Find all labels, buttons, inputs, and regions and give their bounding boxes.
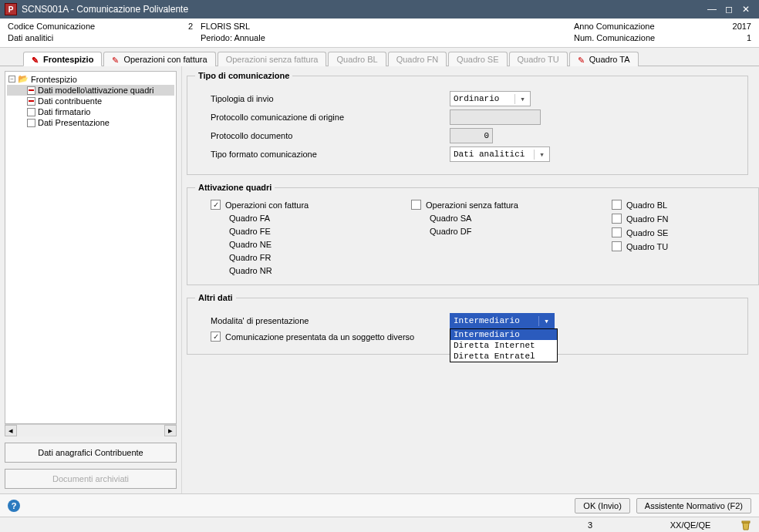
codice-value: 2 — [154, 22, 201, 31]
left-panel: − 📂 Frontespizio Dati modello\attivazion… — [0, 66, 182, 493]
check-label: Quadro BL — [626, 200, 667, 210]
scroll-left-icon[interactable]: ◂ — [5, 425, 17, 436]
button-label: Dati anagrafici Contribuente — [38, 448, 143, 457]
check-operazioni-con-fattura[interactable]: Operazioni con fattura — [211, 200, 411, 210]
tree-item-dati-modello[interactable]: Dati modello\attivazione quadri — [7, 85, 174, 96]
formato-label: Tipo formato comunicazione — [195, 150, 450, 159]
num-label: Num. Comunicazione — [574, 33, 705, 42]
group-attivazione-quadri: Attivazione quadri Operazioni con fattur… — [187, 183, 759, 285]
collapse-icon[interactable]: − — [8, 76, 15, 82]
tree-root[interactable]: − 📂 Frontespizio — [7, 73, 174, 85]
checkbox-icon — [211, 200, 221, 210]
tree-item-dati-contribuente[interactable]: Dati contribuente — [7, 96, 174, 106]
maximize-button[interactable]: ◻ — [720, 4, 737, 15]
dati-anagrafici-button[interactable]: Dati anagrafici Contribuente — [5, 443, 177, 463]
check-label: Quadro FN — [626, 214, 668, 224]
checkbox-icon[interactable] — [211, 332, 221, 342]
quadro-nr-label: Quadro NR — [211, 266, 272, 275]
tree-root-label: Frontespizio — [31, 75, 77, 84]
main-form: Tipo di comunicazione Tipologia di invio… — [182, 66, 759, 493]
dropdown-option[interactable]: Diretta Entratel — [450, 351, 557, 362]
tab-strip: ✎ Frontespizio ✎ Operazioni con fattura … — [0, 48, 759, 66]
assistente-normativo-button[interactable]: Assistente Normativo (F2) — [636, 498, 751, 513]
anno-label: Anno Comunicazione — [574, 22, 705, 31]
tab-quadro-ta[interactable]: ✎ Quadro TA — [569, 52, 639, 66]
minimize-button[interactable]: — — [703, 4, 720, 15]
group-legend: Attivazione quadri — [195, 183, 275, 192]
group-legend: Altri dati — [195, 293, 236, 302]
check-operazioni-senza-fattura[interactable]: Operazioni senza fattura — [411, 200, 612, 210]
check-label: Quadro TU — [626, 242, 668, 251]
tipologia-select[interactable]: Ordinario ▾ — [450, 91, 531, 106]
footer: ? OK (Invio) Assistente Normativo (F2) — [0, 493, 759, 517]
chevron-down-icon: ▾ — [534, 150, 546, 160]
title-bar: P SCNS001A - Comunicazione Polivalente —… — [0, 0, 759, 19]
modalita-select[interactable]: Intermediario ▾ — [450, 313, 555, 328]
status-bar: 3 XX/QE/QE — [0, 517, 759, 532]
check-quadro-bl[interactable]: Quadro BL — [612, 200, 751, 210]
status-seg-1: 3 — [540, 520, 640, 530]
tab-label: Quadro TA — [589, 55, 630, 64]
tab-label: Quadro SE — [457, 55, 498, 64]
chevron-down-icon: ▾ — [538, 316, 551, 326]
tree-item-label: Dati firmatario — [38, 107, 90, 116]
tab-operazioni-con-fattura[interactable]: ✎ Operazioni con fattura — [103, 52, 215, 66]
tree-hscrollbar[interactable]: ◂ ▸ — [5, 424, 177, 436]
chevron-down-icon: ▾ — [514, 94, 527, 104]
tree-view[interactable]: − 📂 Frontespizio Dati modello\attivazion… — [5, 71, 177, 424]
ok-button[interactable]: OK (Invio) — [575, 498, 630, 513]
formato-select[interactable]: Dati analitici ▾ — [450, 146, 550, 162]
tab-label: Frontespizio — [43, 55, 93, 64]
tree-item-label: Dati modello\attivazione quadri — [38, 86, 153, 95]
checkbox-icon — [612, 200, 622, 210]
help-icon[interactable]: ? — [8, 500, 20, 512]
file-icon — [27, 97, 35, 106]
scroll-track[interactable] — [17, 425, 164, 436]
file-icon — [27, 86, 35, 95]
check-quadro-fn[interactable]: Quadro FN — [612, 214, 751, 224]
file-icon — [27, 108, 35, 116]
select-value: Dati analitici — [454, 150, 525, 159]
diverso-label: Comunicazione presentata da un soggetto … — [225, 332, 414, 342]
check-quadro-se[interactable]: Quadro SE — [612, 227, 751, 237]
dati-label: Dati analitici — [8, 33, 154, 42]
tab-quadro-tu[interactable]: Quadro TU — [509, 52, 568, 66]
group-legend: Tipo di comunicazione — [195, 71, 292, 80]
trash-icon[interactable] — [740, 520, 751, 530]
modalita-dropdown-list[interactable]: Intermediario Diretta Internet Diretta E… — [450, 328, 558, 362]
scroll-right-icon[interactable]: ▸ — [164, 425, 177, 436]
svg-rect-0 — [742, 521, 750, 523]
checkbox-icon — [411, 200, 421, 210]
button-label: OK (Invio) — [583, 501, 622, 510]
tree-item-dati-presentazione[interactable]: Dati Presentazione — [7, 117, 174, 128]
tree-item-dati-firmatario[interactable]: Dati firmatario — [7, 106, 174, 117]
check-label: Operazioni senza fattura — [426, 200, 518, 210]
check-quadro-tu[interactable]: Quadro TU — [612, 241, 751, 251]
tab-label: Quadro FN — [396, 55, 438, 64]
codice-label: Codice Comunicazione — [8, 22, 154, 31]
periodo-label: Periodo: Annuale — [201, 33, 574, 42]
tipologia-label: Tipologia di invio — [195, 94, 450, 103]
tab-quadro-se[interactable]: Quadro SE — [448, 52, 507, 66]
check-label: Operazioni con fattura — [225, 200, 309, 210]
company-name: FLORIS SRL — [201, 22, 574, 31]
tab-frontespizio[interactable]: ✎ Frontespizio — [23, 52, 102, 66]
header: Codice Comunicazione 2 FLORIS SRL Anno C… — [0, 19, 759, 48]
tab-quadro-bl[interactable]: Quadro BL — [328, 52, 386, 66]
quadro-sa-label: Quadro SA — [411, 214, 471, 223]
num-value: 1 — [705, 33, 751, 42]
field-value: 0 — [484, 131, 489, 140]
close-button[interactable]: ✕ — [737, 4, 754, 15]
dropdown-option[interactable]: Diretta Internet — [450, 340, 557, 351]
tab-quadro-fn[interactable]: Quadro FN — [388, 52, 447, 66]
quadro-df-label: Quadro DF — [411, 227, 471, 236]
documenti-archiviati-button[interactable]: Documenti archiviati — [5, 469, 177, 489]
file-icon — [27, 119, 35, 127]
tab-label: Quadro TU — [518, 55, 559, 64]
protocollo-documento-label: Protocollo documento — [195, 131, 450, 140]
tab-operazioni-senza-fattura[interactable]: Operazioni senza fattura — [218, 52, 327, 66]
dropdown-option[interactable]: Intermediario — [450, 329, 557, 340]
pencil-icon: ✎ — [32, 56, 39, 63]
anno-value: 2017 — [705, 22, 751, 31]
quadro-fa-label: Quadro FA — [211, 214, 270, 223]
